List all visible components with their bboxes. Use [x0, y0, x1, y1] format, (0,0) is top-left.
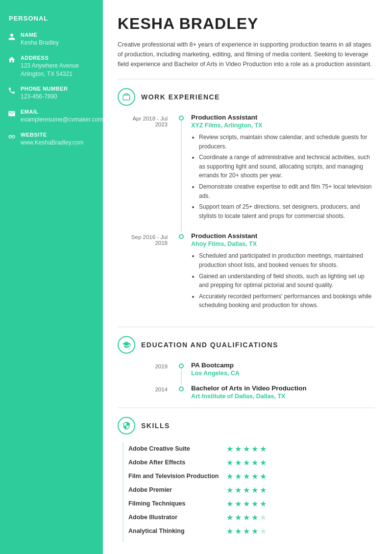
skill-stars-0: ★★★★★: [226, 444, 267, 454]
skill-name-2: Film and Television Production: [128, 473, 226, 480]
star-0-1: ★: [226, 444, 233, 454]
edu-degree-1: Bachelor of Arts in Video Production: [191, 385, 375, 392]
job-company-0: XYZ Films, Arlington, TX: [191, 122, 375, 129]
star-3-5: ★: [260, 485, 267, 495]
address-value: 123 Anywhere AvenueArlington, TX 54321: [21, 62, 79, 78]
skill-name-1: Adobe After Effects: [128, 459, 226, 466]
skill-stars-2: ★★★★★: [226, 472, 267, 481]
sidebar-section-title: PERSONAL: [0, 15, 103, 29]
star-1-4: ★: [251, 458, 258, 467]
skill-name-0: Adobe Creative Suite: [128, 445, 226, 452]
home-icon: [7, 56, 17, 64]
name-value: Kesha Bradley: [21, 39, 59, 47]
star-5-4: ★: [251, 513, 258, 522]
sidebar-item-name: Name Kesha Bradley: [0, 29, 103, 52]
skills-icon-circle: [118, 417, 135, 434]
skill-row-3: Adobe Premier★★★★★: [128, 485, 375, 495]
edu-entry-1: 2014 Bachelor of Arts in Video Productio…: [122, 385, 375, 400]
timeline-line-0: [181, 120, 182, 232]
job-date-0: Apr 2018 - Jul 2023: [122, 116, 172, 127]
job-title-0: Production Assistant: [191, 114, 375, 121]
star-6-5: ★: [260, 527, 267, 536]
star-2-1: ★: [226, 472, 233, 481]
skill-name-4: Filming Techniques: [128, 500, 226, 507]
divider-education: [118, 327, 375, 327]
star-4-1: ★: [226, 499, 233, 508]
person-icon: [7, 33, 17, 41]
skills-title: SKILLS: [141, 422, 170, 430]
star-3-4: ★: [251, 485, 258, 495]
timeline-dot-0: [179, 116, 184, 120]
skill-row-6: Analytical Thinking★★★★★: [128, 527, 375, 536]
star-4-5: ★: [260, 499, 267, 508]
job-bullets-0: Review scripts, maintain show calendar, …: [191, 133, 375, 220]
star-2-2: ★: [235, 472, 242, 481]
edu-school-1: Art Institute of Dallas, Dallas, TX: [191, 393, 375, 400]
job-bullets-1: Scheduled and participated in production…: [191, 251, 375, 310]
sidebar-item-website: Website www.KeshaBradley.com: [0, 129, 103, 152]
star-6-2: ★: [235, 527, 242, 536]
star-5-2: ★: [235, 513, 242, 522]
star-4-2: ★: [235, 499, 242, 508]
bullet-1-0: Scheduled and participated in production…: [199, 251, 375, 269]
skill-row-2: Film and Television Production★★★★★: [128, 472, 375, 481]
divider-work: [118, 79, 375, 79]
address-label: Address: [21, 55, 79, 61]
star-5-1: ★: [226, 513, 233, 522]
star-2-5: ★: [260, 472, 267, 481]
edu-dot-1: [179, 386, 184, 391]
sidebar-item-phone: Phone number 123-456-7890: [0, 83, 103, 106]
skill-stars-5: ★★★★★: [226, 513, 267, 522]
star-0-5: ★: [260, 444, 267, 454]
education-icon-circle: [118, 336, 135, 354]
job-entry-1: Sep 2016 - Jul 2018 Production Assistant…: [122, 232, 375, 312]
skill-row-4: Filming Techniques★★★★★: [128, 499, 375, 508]
education-timeline: 2019 PA Bootcamp Los Angeles, CA 2014 Ba…: [118, 361, 375, 400]
star-1-1: ★: [226, 458, 233, 467]
skill-row-0: Adobe Creative Suite★★★★★: [128, 444, 375, 454]
edu-year-1: 2014: [155, 386, 172, 392]
work-experience-header: WORK EXPERIENCE: [118, 88, 375, 106]
skill-name-6: Analytical Thinking: [128, 528, 226, 534]
education-title: EDUCATION AND QUALIFICATIONS: [141, 341, 278, 349]
website-label: Website: [21, 132, 84, 138]
star-0-4: ★: [251, 444, 258, 454]
email-label: Email: [21, 109, 103, 115]
work-timeline: Apr 2018 - Jul 2023 Production Assistant…: [118, 114, 375, 322]
star-2-3: ★: [243, 472, 250, 481]
edu-line-0: [181, 368, 182, 385]
job-entry-0: Apr 2018 - Jul 2023 Production Assistant…: [122, 114, 375, 222]
skills-list: Adobe Creative Suite★★★★★Adobe After Eff…: [122, 442, 375, 542]
phone-label: Phone number: [21, 86, 68, 92]
star-6-4: ★: [251, 527, 258, 536]
skill-name-5: Adobe Illustrator: [128, 514, 226, 521]
sidebar-item-email: Email exampleresume@cvmaker.com: [0, 106, 103, 129]
phone-value: 123-456-7890: [21, 93, 68, 101]
bullet-0-3: Support team of 25+ directions, set desi…: [199, 202, 375, 220]
star-0-2: ★: [235, 444, 242, 454]
phone-icon: [7, 87, 17, 95]
star-1-2: ★: [235, 458, 242, 467]
skill-stars-4: ★★★★★: [226, 499, 267, 508]
bullet-0-1: Coordinate a range of administrative and…: [199, 153, 375, 180]
job-title-1: Production Assistant: [191, 232, 375, 240]
name-label: Name: [21, 32, 59, 38]
job-date-1: Sep 2016 - Jul 2018: [122, 234, 172, 246]
edu-entry-0: 2019 PA Bootcamp Los Angeles, CA: [122, 361, 375, 377]
bullet-1-1: Gained an understanding of field shoots,…: [199, 272, 375, 290]
star-6-1: ★: [226, 527, 233, 536]
star-1-5: ★: [260, 458, 267, 467]
star-4-3: ★: [243, 499, 250, 508]
star-0-3: ★: [243, 444, 250, 454]
email-value: exampleresume@cvmaker.com: [21, 116, 103, 124]
star-5-3: ★: [243, 513, 250, 522]
star-3-1: ★: [226, 485, 233, 495]
star-3-2: ★: [235, 485, 242, 495]
skill-stars-3: ★★★★★: [226, 485, 267, 495]
website-value: www.KeshaBradley.com: [21, 139, 84, 147]
sidebar-item-address: Address 123 Anywhere AvenueArlington, TX…: [0, 52, 103, 83]
edu-degree-0: PA Bootcamp: [191, 361, 375, 369]
bullet-0-2: Demonstrate creative expertise to edit a…: [199, 182, 375, 200]
edu-year-0: 2019: [155, 363, 172, 369]
work-experience-title: WORK EXPERIENCE: [141, 93, 220, 101]
